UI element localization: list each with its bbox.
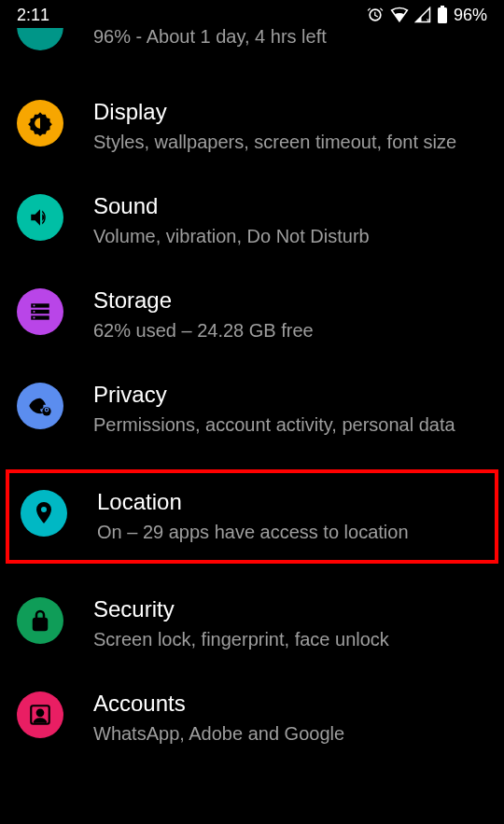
list-item-title: Sound [93, 192, 487, 220]
status-right: x 96% [366, 6, 487, 25]
svg-point-7 [33, 311, 35, 313]
security-icon [17, 597, 63, 644]
status-battery-pct: 96% [454, 6, 487, 25]
svg-rect-2 [441, 6, 444, 8]
accounts-icon [17, 691, 63, 738]
list-item-security[interactable]: Security Screen lock, fingerprint, face … [0, 577, 504, 671]
svg-text:x: x [427, 16, 430, 23]
svg-point-8 [33, 316, 35, 318]
wifi-icon [390, 7, 409, 23]
battery-icon [437, 6, 448, 24]
list-item-subtitle: Screen lock, fingerprint, face unlock [93, 627, 487, 652]
list-item-title: Accounts [93, 690, 487, 718]
list-item-storage[interactable]: Storage 62% used – 24.28 GB free [0, 268, 504, 362]
alarm-icon [366, 6, 385, 24]
location-icon [21, 490, 67, 537]
list-item-subtitle: 96% - About 1 day, 4 hrs left [93, 26, 487, 48]
list-item-title: Storage [93, 286, 487, 314]
list-item-battery[interactable]: 96% - About 1 day, 4 hrs left [0, 26, 504, 53]
privacy-icon [17, 383, 63, 429]
list-item-privacy[interactable]: Privacy Permissions, account activity, p… [0, 362, 504, 456]
list-item-title: Security [93, 595, 487, 623]
list-item-accounts[interactable]: Accounts WhatsApp, Adobe and Google [0, 671, 504, 765]
battery-settings-icon [17, 4, 63, 50]
list-item-title: Location [97, 488, 483, 516]
list-item-display[interactable]: Display Styles, wallpapers, screen timeo… [0, 79, 504, 174]
list-item-subtitle: WhatsApp, Adobe and Google [93, 721, 487, 747]
list-item-sound[interactable]: Sound Volume, vibration, Do Not Disturb [0, 174, 504, 268]
sound-icon [17, 194, 63, 241]
list-item-location[interactable]: Location On – 29 apps have access to loc… [9, 473, 495, 560]
highlight-location: Location On – 29 apps have access to loc… [6, 469, 498, 564]
svg-point-6 [33, 304, 35, 306]
list-item-title: Privacy [93, 381, 487, 409]
list-item-subtitle: Styles, wallpapers, screen timeout, font… [93, 130, 487, 155]
list-item-subtitle: 62% used – 24.28 GB free [93, 318, 487, 343]
settings-list: 96% - About 1 day, 4 hrs left Display St… [0, 26, 504, 765]
list-item-subtitle: Permissions, account activity, personal … [93, 412, 487, 438]
signal-icon: x [414, 7, 431, 23]
list-item-subtitle: On – 29 apps have access to location [97, 520, 483, 545]
display-icon [17, 100, 63, 147]
storage-icon [17, 288, 63, 335]
svg-rect-11 [34, 619, 47, 630]
svg-rect-1 [438, 7, 447, 23]
svg-point-13 [37, 710, 44, 717]
list-item-title: Display [93, 98, 487, 126]
list-item-subtitle: Volume, vibration, Do Not Disturb [93, 224, 487, 249]
